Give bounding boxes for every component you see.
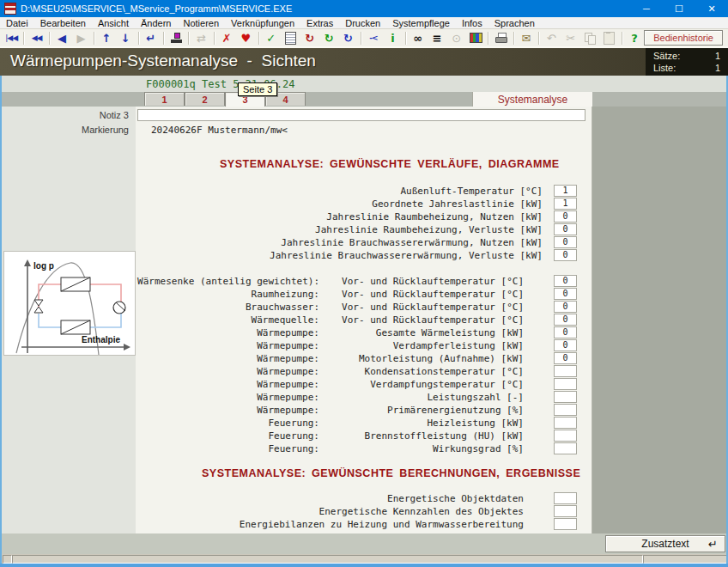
- menu-item-datei[interactable]: Datei: [0, 18, 34, 28]
- row-label: Leistungszahl [-]: [427, 392, 524, 403]
- refresh-green-icon[interactable]: ↻: [319, 30, 338, 46]
- bedienhistorie-button[interactable]: Bedienhistorie: [644, 30, 723, 46]
- form-field[interactable]: [554, 404, 577, 416]
- row-label: Kondensationstemperatur [°C]: [365, 366, 524, 377]
- toolbar-separator: [188, 32, 189, 45]
- refresh-red-icon[interactable]: ↻: [300, 30, 318, 46]
- y-axis-arrow: [24, 259, 31, 266]
- close-button[interactable]: ✕: [695, 0, 728, 17]
- form-field[interactable]: [554, 365, 577, 377]
- notiz-input[interactable]: [137, 109, 585, 121]
- menu-item-sprachen[interactable]: Sprachen: [488, 18, 541, 28]
- form-field[interactable]: 0: [554, 249, 577, 261]
- row-label: Jahreslinie Raumbeheizung, Nutzen [kW]: [326, 211, 543, 223]
- window-frame-left: [0, 76, 2, 564]
- help-icon[interactable]: ?: [625, 30, 644, 46]
- share-icon[interactable]: -<: [364, 30, 383, 46]
- saetze-label: Sätze:: [653, 51, 680, 61]
- form-field[interactable]: [554, 430, 577, 442]
- row-label: Heizleistung [kW]: [427, 418, 524, 429]
- next-record-icon: ▶: [71, 30, 90, 46]
- record-row: F000001q Test 5-31.06.24: [0, 76, 728, 92]
- maximize-button[interactable]: ☐: [663, 0, 695, 17]
- row-label: Energetische Objektdaten: [387, 493, 524, 504]
- form-field[interactable]: 0: [554, 275, 577, 287]
- enter-icon[interactable]: ↵: [142, 30, 161, 46]
- mail-icon[interactable]: ✉: [517, 30, 536, 46]
- tab-strip: 1234 Systemanalyse: [0, 92, 728, 107]
- print-icon: [495, 33, 507, 43]
- form-row: Brauchwasser:Vor- und Rücklauftemperatur…: [136, 301, 592, 314]
- tab-systemanalyse[interactable]: Systemanalyse: [472, 92, 592, 107]
- form-field[interactable]: 0: [554, 314, 577, 326]
- menu-item-bearbeiten[interactable]: Bearbeiten: [34, 18, 92, 28]
- menu-item-systempflege[interactable]: Systempflege: [386, 18, 456, 28]
- enter-icon: ↵: [708, 538, 718, 551]
- form-row: Energetische Objektdaten: [136, 492, 592, 505]
- form-field[interactable]: 1: [554, 185, 577, 197]
- refresh-blue-icon[interactable]: ↻: [338, 30, 357, 46]
- toolbar-separator: [138, 32, 139, 45]
- first-record-icon[interactable]: |◀◀: [2, 30, 21, 46]
- form-field[interactable]: [554, 492, 577, 504]
- menu-item-extras[interactable]: Extras: [300, 18, 339, 28]
- form-field[interactable]: 0: [554, 352, 577, 364]
- menu-item-ansicht[interactable]: Ansicht: [92, 18, 135, 28]
- form-field[interactable]: [554, 391, 577, 403]
- form-field[interactable]: [554, 378, 577, 390]
- menu-item-infos[interactable]: Infos: [456, 18, 488, 28]
- move-down-icon[interactable]: ↓: [116, 30, 135, 46]
- row-prefix: Wärmepumpe:: [257, 379, 319, 390]
- toolbar-separator: [258, 32, 259, 45]
- link-icon: ⇄: [191, 30, 210, 46]
- row-label: Energetische Kennzahlen des Objektes: [319, 506, 524, 517]
- toolbar-separator: [513, 32, 514, 45]
- zusatztext-button[interactable]: Zusatztext ↵: [605, 535, 725, 552]
- palette-icon[interactable]: [466, 30, 485, 46]
- search-binoculars-icon[interactable]: ∞: [409, 30, 428, 46]
- form-field[interactable]: [554, 417, 577, 429]
- list-lines-icon[interactable]: ≡: [428, 30, 446, 46]
- move-up-icon[interactable]: ↑: [97, 30, 116, 46]
- tab-page-1[interactable]: 1: [144, 92, 185, 106]
- palette-icon: [470, 33, 482, 43]
- fast-back-icon[interactable]: ◀◀: [27, 30, 46, 46]
- markierung-value: 20240626F Mustermann/mw<: [151, 125, 288, 136]
- form-field[interactable]: [554, 505, 577, 517]
- heat-exchanger-bottom: [61, 320, 90, 334]
- favorite-heart-icon[interactable]: ♥: [236, 30, 255, 46]
- protocol-doc-icon[interactable]: [281, 30, 300, 46]
- menu-item-ändern[interactable]: Ändern: [135, 18, 177, 28]
- form-field[interactable]: 0: [554, 339, 577, 351]
- menu-item-verknüpfungen[interactable]: Verknüpfungen: [225, 18, 300, 28]
- previous-record-icon[interactable]: ◀: [52, 30, 71, 46]
- paste-icon: [604, 32, 615, 45]
- form-field[interactable]: [554, 442, 577, 454]
- copy-icon: [585, 33, 596, 44]
- form-field[interactable]: 0: [554, 288, 577, 300]
- form-field[interactable]: 0: [554, 210, 577, 223]
- form-field[interactable]: 0: [554, 236, 577, 248]
- row-label: Geordnete Jahreslastlinie [kW]: [372, 198, 543, 210]
- menu-item-drucken[interactable]: Drucken: [339, 18, 386, 28]
- form-row: Wärmepumpe:Verdampferleistung [kW]0: [136, 339, 592, 352]
- form-field[interactable]: [554, 518, 577, 530]
- row-prefix: Wärmepumpe:: [257, 392, 319, 403]
- tab-page-2[interactable]: 2: [185, 92, 225, 106]
- form-field[interactable]: 1: [554, 198, 577, 210]
- undo-icon: ↶: [542, 30, 561, 46]
- x-axis-label: Enthalpie: [82, 335, 120, 344]
- form-field[interactable]: 0: [554, 326, 577, 338]
- delete-icon[interactable]: ✗: [217, 30, 236, 46]
- expansion-valve-icon: [34, 307, 43, 313]
- print-icon[interactable]: [491, 30, 510, 46]
- import-stamp-icon[interactable]: [167, 30, 185, 46]
- form-field[interactable]: 0: [554, 301, 577, 313]
- confirm-check-icon[interactable]: ✓: [262, 30, 281, 46]
- minimize-button[interactable]: ─: [630, 0, 663, 17]
- info-icon[interactable]: i: [383, 30, 402, 46]
- liste-value: 1: [715, 63, 720, 73]
- form-row: Jahreslinie Raumbeheizung, Verluste [kW]…: [136, 223, 592, 236]
- form-field[interactable]: 0: [554, 223, 577, 235]
- menu-item-notieren[interactable]: Notieren: [177, 18, 225, 28]
